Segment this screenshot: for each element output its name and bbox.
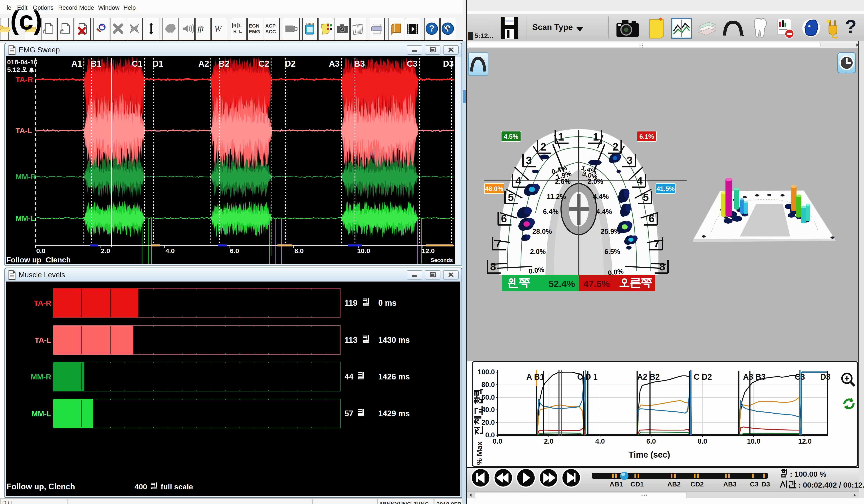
svg-text:4.4%: 4.4%: [593, 193, 609, 201]
svg-text:C1: C1: [132, 59, 143, 68]
svg-text:6.1%: 6.1%: [639, 133, 654, 140]
svg-text:6.0: 6.0: [230, 247, 239, 254]
svg-text:2: 2: [612, 141, 619, 153]
svg-text:6.0: 6.0: [646, 437, 656, 445]
svg-text:6: 6: [649, 213, 655, 225]
svg-text:: 00:02.402 / 00:12.78: : 00:02.402 / 00:12.78: [798, 481, 864, 489]
svg-text:6.5%: 6.5%: [604, 248, 620, 255]
svg-text:EGN: EGN: [249, 23, 260, 29]
svg-text:TA-L: TA-L: [35, 336, 51, 344]
svg-text:0.0: 0.0: [493, 437, 502, 445]
svg-text:47.6%: 47.6%: [584, 279, 610, 289]
svg-text:D3: D3: [820, 372, 830, 382]
svg-text:A B1: A B1: [526, 372, 544, 382]
svg-text:fft: fft: [197, 24, 204, 33]
svg-text:7: 7: [495, 238, 501, 249]
svg-text:3: 3: [627, 155, 633, 166]
svg-text:% Max: % Max: [475, 441, 483, 465]
svg-text:B2: B2: [219, 59, 229, 68]
svg-text:A3: A3: [329, 59, 340, 68]
svg-text:1430 ms: 1430 ms: [378, 335, 410, 345]
svg-text:10.0: 10.0: [357, 247, 370, 254]
svg-text:7: 7: [654, 238, 660, 249]
svg-text:D3: D3: [761, 480, 770, 488]
svg-text:28.0%: 28.0%: [532, 228, 552, 235]
svg-text:4: 4: [515, 175, 521, 187]
svg-text:8: 8: [490, 261, 496, 273]
svg-text:018-04-16: 018-04-16: [7, 58, 37, 66]
svg-text:AB3: AB3: [723, 480, 736, 488]
svg-text:: 100.00 %: : 100.00 %: [790, 470, 826, 478]
svg-text:1: 1: [558, 131, 564, 143]
svg-text:8.0: 8.0: [697, 437, 707, 445]
svg-text:W: W: [214, 24, 223, 34]
svg-text:1426 ms: 1426 ms: [378, 372, 410, 381]
svg-text:D2: D2: [285, 59, 296, 68]
svg-text:57: 57: [345, 409, 353, 418]
svg-text:44: 44: [345, 372, 353, 381]
svg-text:C D2: C D2: [694, 372, 712, 382]
svg-text:12.0: 12.0: [422, 247, 435, 254]
svg-text:C3: C3: [407, 59, 418, 68]
svg-text:4.4%: 4.4%: [596, 208, 612, 216]
svg-text:100.0: 100.0: [478, 368, 495, 376]
svg-text:MM-R: MM-R: [31, 373, 51, 381]
svg-text:MM-L: MM-L: [32, 409, 51, 418]
svg-text:B3: B3: [354, 59, 365, 68]
svg-text:5: 5: [508, 191, 514, 203]
svg-text:113: 113: [345, 335, 357, 345]
svg-text:5: 5: [643, 191, 649, 203]
svg-text:2: 2: [540, 141, 546, 153]
svg-text:C3: C3: [750, 480, 758, 488]
svg-text:A1: A1: [71, 59, 82, 68]
svg-text:A2: A2: [198, 59, 209, 68]
svg-text:80.0: 80.0: [481, 381, 495, 388]
svg-text:4.0: 4.0: [595, 437, 605, 445]
svg-text:R: R: [233, 23, 237, 28]
svg-text:1429 ms: 1429 ms: [378, 409, 410, 418]
svg-text:1: 1: [593, 131, 599, 143]
svg-text:AB2: AB2: [667, 480, 681, 488]
svg-text:TA-L: TA-L: [15, 126, 32, 135]
svg-text:CD2: CD2: [691, 480, 704, 488]
svg-text:D3: D3: [443, 59, 454, 68]
svg-text:60.0: 60.0: [481, 394, 495, 401]
svg-text:B1: B1: [91, 59, 101, 68]
svg-text:ACC: ACC: [265, 29, 276, 34]
svg-text:A2 B2: A2 B2: [637, 372, 660, 382]
svg-text:8: 8: [659, 261, 665, 273]
svg-text:41.5%: 41.5%: [657, 185, 675, 192]
svg-text:Seconds: Seconds: [431, 257, 453, 263]
svg-text:L: L: [239, 23, 242, 28]
svg-text:4.5%: 4.5%: [504, 133, 518, 140]
svg-text:0 ms: 0 ms: [378, 298, 396, 308]
svg-text:6: 6: [501, 213, 507, 225]
svg-text:2.0%: 2.0%: [530, 248, 546, 255]
svg-text:TA-R: TA-R: [34, 299, 51, 307]
svg-text:L: L: [239, 29, 242, 34]
svg-text:400: 400: [134, 482, 147, 491]
svg-text:Follow up Clench: Follow up Clench: [6, 255, 71, 264]
svg-text:10.0: 10.0: [747, 437, 760, 445]
svg-text:6.4%: 6.4%: [543, 208, 559, 216]
svg-text:full scale: full scale: [161, 482, 193, 491]
svg-text:AB1: AB1: [610, 480, 623, 488]
svg-text:MM-R: MM-R: [15, 172, 36, 181]
svg-text:20.0: 20.0: [481, 419, 495, 426]
svg-text:2.0: 2.0: [101, 247, 110, 254]
svg-text:0,0: 0,0: [36, 247, 46, 254]
svg-text:119: 119: [345, 298, 357, 308]
svg-text:2.6%: 2.6%: [555, 178, 571, 185]
svg-text:C3: C3: [795, 372, 805, 382]
svg-text:Follow up, Clench: Follow up, Clench: [7, 482, 75, 491]
svg-text:R: R: [233, 29, 237, 34]
svg-text:ACP: ACP: [265, 23, 276, 29]
svg-text:48.0%: 48.0%: [485, 185, 503, 192]
svg-text:Time (sec): Time (sec): [628, 450, 670, 459]
svg-text:40.0: 40.0: [481, 406, 495, 413]
svg-text:C D 1: C D 1: [577, 372, 598, 382]
svg-text:52.4%: 52.4%: [549, 279, 575, 289]
svg-text:5.12: 5.12: [7, 66, 20, 73]
svg-text:8.0: 8.0: [295, 247, 304, 254]
svg-text:A3 B3: A3 B3: [743, 372, 766, 382]
